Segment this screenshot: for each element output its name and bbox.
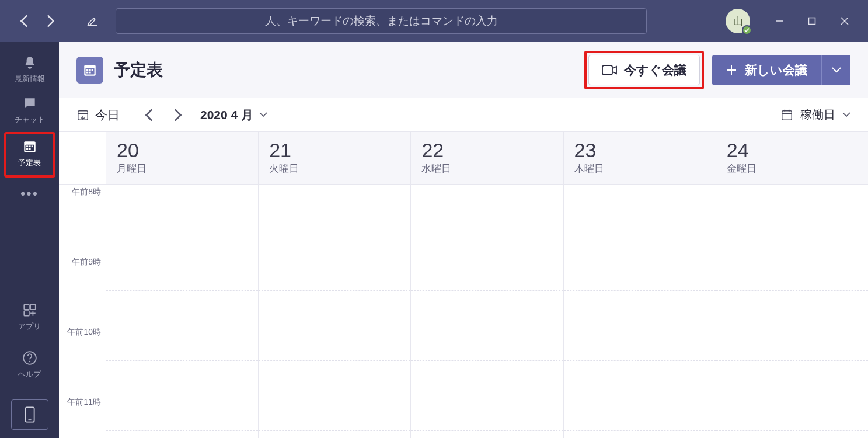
date-picker[interactable]: 2020 4 月	[200, 107, 267, 123]
rail-label: ヘルプ	[18, 369, 41, 380]
search-input[interactable]: 人、キーワードの検索、またはコマンドの入力	[116, 8, 647, 34]
day-number: 24	[727, 139, 857, 162]
time-slot[interactable]	[258, 185, 410, 255]
presence-badge-available-icon	[742, 25, 752, 35]
rail-label: アプリ	[18, 321, 41, 332]
time-slot[interactable]	[410, 325, 563, 395]
rail-item-apps[interactable]: アプリ	[6, 298, 53, 339]
page-header: 予定表 今すぐ会議 新しい会議	[59, 42, 868, 98]
main-area: 予定表 今すぐ会議 新しい会議	[59, 42, 868, 438]
ellipsis-icon: •••	[20, 186, 39, 202]
day-header[interactable]: 22 水曜日	[410, 132, 563, 184]
page-title: 予定表	[114, 59, 163, 81]
time-slot[interactable]	[563, 325, 716, 395]
new-meeting-button[interactable]: 新しい会議	[712, 55, 821, 85]
apps-icon	[22, 303, 37, 318]
time-slot[interactable]	[410, 255, 563, 325]
day-headers: 20 月曜日 21 火曜日 22 水曜日 23 木曜日 24 金曜日	[59, 132, 868, 185]
avatar[interactable]: 山	[726, 9, 750, 33]
day-number: 21	[269, 139, 400, 162]
help-icon	[22, 350, 37, 366]
day-header[interactable]: 21 火曜日	[258, 132, 410, 184]
calendar-icon	[22, 139, 37, 154]
video-icon	[602, 64, 617, 76]
day-number: 20	[117, 139, 247, 162]
svg-rect-19	[92, 69, 93, 71]
svg-point-12	[29, 361, 30, 362]
time-slot[interactable]	[563, 185, 716, 255]
svg-rect-20	[86, 71, 88, 73]
prev-period-button[interactable]	[145, 109, 154, 121]
time-slot[interactable]	[258, 255, 410, 325]
svg-rect-4	[29, 145, 30, 147]
today-button[interactable]: 今日	[76, 107, 120, 123]
time-slot[interactable]	[563, 395, 716, 438]
time-slot[interactable]	[410, 185, 563, 255]
day-number: 23	[574, 139, 705, 162]
view-label: 稼働日	[800, 107, 835, 123]
svg-rect-3	[26, 145, 28, 147]
next-period-button[interactable]	[173, 109, 182, 121]
day-number: 22	[421, 139, 552, 162]
rail-item-help[interactable]: ヘルプ	[6, 346, 53, 387]
svg-rect-0	[809, 18, 815, 25]
time-slot[interactable]	[258, 325, 410, 395]
day-name: 火曜日	[269, 162, 400, 175]
svg-rect-7	[29, 148, 30, 150]
new-meeting-dropdown[interactable]	[821, 55, 850, 85]
day-header[interactable]: 24 金曜日	[716, 132, 868, 184]
calendar-toolbar: 今日 2020 4 月 稼働日	[59, 98, 868, 132]
chevron-down-icon	[259, 112, 267, 117]
svg-rect-18	[89, 69, 90, 71]
mobile-app-button[interactable]	[11, 399, 48, 430]
svg-rect-9	[30, 304, 36, 310]
time-slot[interactable]	[563, 255, 716, 325]
calendar-grid[interactable]: 午前8時 午前9時	[59, 185, 868, 438]
time-slot[interactable]	[106, 255, 258, 325]
titlebar: 人、キーワードの検索、またはコマンドの入力 山	[0, 0, 868, 42]
svg-rect-8	[24, 304, 29, 310]
time-slot[interactable]	[716, 255, 868, 325]
window-minimize-button[interactable]	[763, 9, 796, 33]
hour-label: 午前9時	[59, 255, 106, 325]
calendar-view-icon	[780, 109, 793, 121]
svg-rect-14	[28, 419, 31, 420]
rail-item-activity[interactable]: 最新情報	[6, 50, 53, 91]
nav-forward-button[interactable]	[41, 12, 60, 30]
window-close-button[interactable]	[828, 9, 861, 33]
time-slot[interactable]	[716, 185, 868, 255]
mobile-icon	[25, 406, 35, 423]
svg-rect-10	[24, 311, 29, 316]
rail-item-calendar[interactable]: 予定表	[6, 134, 53, 175]
rail-item-chat[interactable]: チャット	[6, 91, 53, 132]
hour-label: 午前11時	[59, 395, 106, 438]
today-label: 今日	[95, 107, 120, 123]
rail-label: チャット	[15, 114, 45, 125]
time-slot[interactable]	[716, 395, 868, 438]
nav-back-button[interactable]	[15, 12, 34, 30]
time-slot[interactable]	[410, 395, 563, 438]
svg-rect-6	[26, 148, 28, 150]
meet-now-label: 今すぐ会議	[624, 62, 686, 78]
time-slot[interactable]	[258, 395, 410, 438]
bell-icon	[22, 55, 37, 70]
plus-icon	[726, 65, 737, 75]
svg-rect-21	[89, 71, 90, 73]
rail-label: 最新情報	[15, 74, 45, 84]
calendar-badge-icon	[76, 57, 103, 84]
view-selector[interactable]: 稼働日	[780, 107, 850, 123]
day-header[interactable]: 20 月曜日	[106, 132, 258, 184]
time-slot[interactable]	[716, 325, 868, 395]
time-slot[interactable]	[106, 325, 258, 395]
app-rail: 最新情報 チャット 予定表 ••• アプリ	[0, 42, 59, 438]
window-maximize-button[interactable]	[796, 9, 828, 33]
rail-item-more[interactable]: •••	[6, 181, 53, 213]
avatar-initial: 山	[733, 15, 743, 28]
search-placeholder: 人、キーワードの検索、またはコマンドの入力	[265, 13, 498, 29]
day-header[interactable]: 23 木曜日	[563, 132, 716, 184]
compose-button[interactable]	[83, 12, 102, 30]
time-slot[interactable]	[106, 185, 258, 255]
day-name: 月曜日	[117, 162, 247, 175]
time-slot[interactable]	[106, 395, 258, 438]
meet-now-button[interactable]: 今すぐ会議	[588, 55, 700, 85]
